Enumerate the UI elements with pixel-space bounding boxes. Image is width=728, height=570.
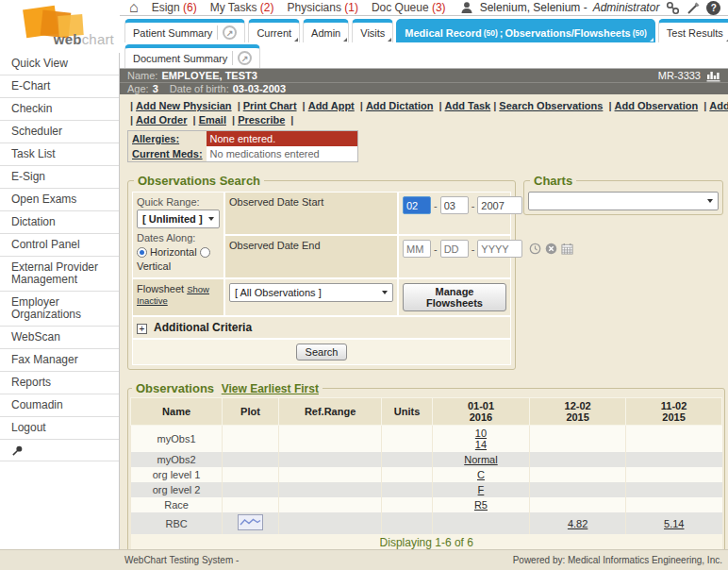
quick-range-dates-along-cell: Quick Range: [ Unlimited ] Dates Along: … — [133, 193, 223, 277]
sidebar-item-fax-manager[interactable]: Fax Manager — [0, 349, 119, 372]
obs-ref-cell — [278, 497, 382, 512]
manage-flowsheets-button[interactable]: Manage Flowsheets — [403, 283, 506, 311]
plot-chart-icon[interactable] — [238, 514, 263, 530]
sidebar-item-dictation[interactable]: Dictation — [0, 211, 119, 234]
sidebar-item-checkin[interactable]: Checkin — [0, 98, 119, 121]
charts-select[interactable] — [528, 192, 719, 210]
obs-units-cell — [382, 426, 432, 453]
obs-value-link[interactable]: F — [478, 484, 485, 495]
chart-histogram-icon[interactable] — [706, 69, 720, 82]
sidebar-item-scheduler[interactable]: Scheduler — [0, 121, 119, 143]
clock-icon[interactable] — [529, 243, 541, 255]
flowsheet-value: [ All Observations ] — [235, 287, 322, 298]
link-add-task[interactable]: Add Task — [445, 100, 491, 111]
sidebar-item-logout[interactable]: Logout — [0, 417, 119, 440]
dropdown-corner-icon — [650, 38, 654, 42]
end-month-input[interactable] — [403, 240, 431, 258]
sidebar-item-coumadin[interactable]: Coumadin — [0, 394, 119, 417]
obs-value-link[interactable]: 5.14 — [664, 518, 684, 529]
link-add-dictation[interactable]: Add Dictation — [366, 100, 434, 111]
menu-item-doc-queue[interactable]: Doc Queue (3) — [372, 1, 446, 14]
link-separator: | — [605, 100, 614, 111]
menu-item-physicians[interactable]: Physicians (1) — [288, 1, 358, 14]
flowsheet-select[interactable]: [ All Observations ] — [229, 283, 393, 302]
tab-patient-summary[interactable]: Patient Summary ↗ — [124, 19, 245, 42]
link-search-observations[interactable]: Search Observations — [499, 100, 603, 111]
quick-range-select[interactable]: [ Unlimited ] — [137, 210, 220, 228]
tab-visits[interactable]: Visits — [352, 19, 393, 42]
sidebar-item-e-chart[interactable]: E-Chart — [0, 75, 119, 98]
help-icon[interactable]: ? — [706, 1, 720, 15]
obs-value-link[interactable]: C — [477, 469, 485, 480]
wand-icon[interactable] — [686, 0, 701, 15]
menu-label: Physicians — [288, 1, 341, 14]
dates-along-options: Horizontal Vertical — [137, 245, 220, 274]
col-name: Name — [131, 398, 223, 426]
current-meds-link[interactable]: Current Meds: — [128, 146, 207, 161]
sidebar-item-e-sign[interactable]: E-Sign — [0, 166, 119, 189]
link-email[interactable]: Email — [199, 114, 226, 126]
horizontal-radio[interactable] — [137, 247, 147, 258]
obs-ref-cell — [278, 482, 382, 497]
start-month-input[interactable] — [403, 196, 431, 214]
link-add-document[interactable]: Add Document — [709, 100, 728, 111]
end-year-input[interactable] — [477, 240, 522, 258]
obs-value-link[interactable]: 4.82 — [568, 518, 587, 529]
obs-value-cell: R5 — [432, 497, 529, 512]
tab-document-summary[interactable]: Document Summary ↗ — [124, 44, 260, 68]
sidebar-item-external-provider-management[interactable]: External Provider Management — [0, 257, 119, 292]
start-day-input[interactable] — [440, 196, 469, 214]
popout-icon[interactable]: ↗ — [223, 25, 237, 40]
obs-plot-cell — [223, 452, 279, 467]
tab-test-results[interactable]: Test Results — [658, 19, 728, 42]
end-day-input[interactable] — [440, 240, 469, 258]
obs-value-link[interactable]: 14 — [475, 439, 487, 450]
content-area: |Add New Physician |Print Chart |Add App… — [120, 94, 728, 570]
link-prescribe[interactable]: Prescribe — [238, 114, 285, 126]
tab-divider — [232, 51, 233, 65]
flowsheet-label: Flowsheet — [137, 283, 184, 294]
view-earliest-first-link[interactable]: View Earliest First — [222, 382, 319, 395]
links-left-group: |Add New Physician |Print Chart |Add App… — [127, 99, 490, 113]
allergies-link[interactable]: Allergies: — [128, 131, 207, 146]
observed-date-end-label: Observed Date End — [225, 236, 397, 277]
search-button[interactable]: Search — [296, 344, 348, 360]
sidebar-item-employer-organizations[interactable]: Employer Organizations — [0, 292, 119, 327]
vertical-radio[interactable] — [200, 247, 210, 258]
sidebar-item-control-panel[interactable]: Control Panel — [0, 234, 119, 257]
calendar-icon[interactable] — [561, 243, 573, 255]
sidebar-item-webscan[interactable]: WebScan — [0, 327, 119, 349]
sidebar-item-quick-view[interactable]: Quick View — [0, 53, 119, 75]
obs-name: myObs2 — [131, 452, 223, 467]
col-plot: Plot — [223, 398, 279, 426]
link-add-new-physician[interactable]: Add New Physician — [136, 100, 231, 111]
link-add-observation[interactable]: Add Observation — [615, 100, 699, 111]
additional-criteria-row[interactable]: + Additional Criteria — [133, 317, 510, 338]
tab-medical-record-observations[interactable]: Medical Record (50);Observations/Flowshe… — [396, 19, 655, 42]
link-add-order[interactable]: Add Order — [136, 114, 187, 126]
link-print-chart[interactable]: Print Chart — [243, 100, 297, 111]
charts-legend: Charts — [530, 174, 576, 188]
tab-label: Test Results — [667, 27, 723, 39]
menu-item-esign[interactable]: Esign (6) — [152, 1, 197, 14]
sidebar-pin-toggle[interactable] — [0, 440, 119, 461]
link-icon[interactable] — [665, 0, 680, 15]
sidebar-item-open-exams[interactable]: Open Exams — [0, 189, 119, 211]
tab-admin[interactable]: Admin — [303, 19, 349, 42]
obs-value-link[interactable]: Normal — [464, 454, 497, 465]
expand-plus-icon[interactable]: + — [137, 324, 147, 334]
tab-current[interactable]: Current — [248, 19, 300, 42]
start-year-input[interactable] — [477, 196, 522, 214]
obs-value-cell — [432, 512, 529, 534]
popout-icon[interactable]: ↗ — [238, 51, 252, 65]
sidebar-item-task-list[interactable]: Task List — [0, 143, 119, 166]
obs-value-link[interactable]: 10 — [475, 428, 487, 439]
home-icon[interactable]: ⌂ — [129, 2, 139, 13]
horizontal-option-label: Horizontal — [150, 246, 197, 258]
menu-item-my-tasks[interactable]: My Tasks (2) — [210, 1, 274, 14]
link-add-appt[interactable]: Add Appt — [308, 100, 355, 111]
obs-value-link[interactable]: R5 — [474, 499, 488, 511]
obs-name: RBC — [131, 512, 223, 534]
clear-date-icon[interactable] — [545, 243, 557, 255]
sidebar-item-reports[interactable]: Reports — [0, 372, 119, 394]
